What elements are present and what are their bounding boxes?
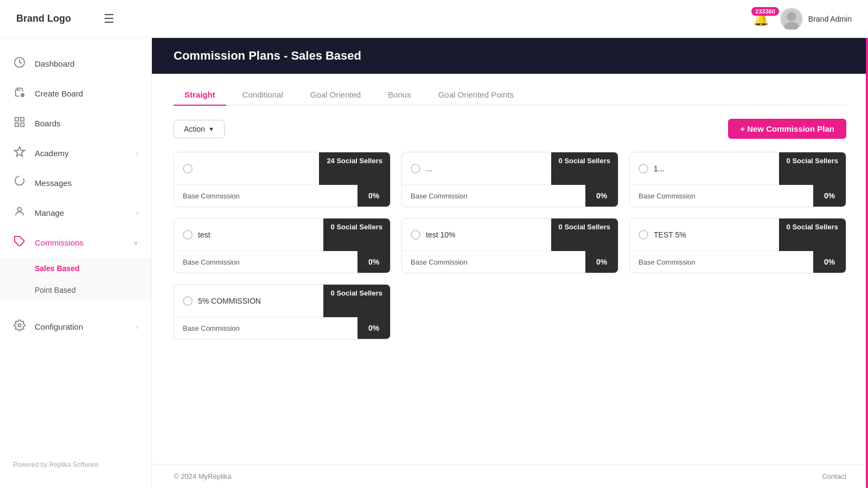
card-radio-4[interactable] bbox=[183, 230, 193, 240]
sidebar-item-dashboard[interactable]: Dashboard bbox=[0, 49, 151, 79]
sidebar-label-create-board: Create Board bbox=[35, 89, 83, 98]
sidebar-sub-item-point-based[interactable]: Point Based bbox=[0, 279, 151, 301]
configuration-icon bbox=[13, 319, 26, 334]
commission-card-6: TEST 5% 0 Social Sellers Base Commission… bbox=[629, 218, 846, 273]
page-header: Commission Plans - Sales Based bbox=[152, 38, 868, 74]
commission-card-3: 1... 0 Social Sellers Base Commission 0% bbox=[629, 152, 846, 207]
action-chevron-icon: ▼ bbox=[208, 126, 214, 132]
card-radio-1[interactable] bbox=[183, 164, 193, 174]
hamburger-menu[interactable]: ☰ bbox=[104, 12, 114, 26]
card-bottom-5: Base Commission 0% bbox=[402, 251, 618, 273]
card-name-3: 1... bbox=[654, 164, 770, 173]
brand-logo: Brand Logo bbox=[16, 13, 71, 24]
svg-rect-6 bbox=[15, 118, 18, 121]
card-sellers-5: 0 Social Sellers bbox=[551, 219, 618, 251]
tab-conditional[interactable]: Conditional bbox=[232, 85, 294, 105]
card-bottom-2: Base Commission 0% bbox=[402, 185, 618, 207]
card-name-6: TEST 5% bbox=[654, 230, 770, 239]
sidebar-label-commissions: Commissions bbox=[35, 238, 84, 247]
card-commission-label-6: Base Commission bbox=[630, 251, 813, 273]
card-commission-label-1: Base Commission bbox=[174, 185, 358, 207]
sidebar-sub-item-sales-based[interactable]: Sales Based bbox=[0, 258, 151, 279]
sidebar-item-academy[interactable]: Academy › bbox=[0, 138, 151, 168]
sidebar-item-messages[interactable]: Messages bbox=[0, 168, 151, 198]
card-percentage-6: 0% bbox=[813, 251, 846, 273]
sidebar-label-messages: Messages bbox=[35, 178, 72, 188]
messages-icon bbox=[13, 176, 26, 190]
card-percentage-7: 0% bbox=[358, 317, 390, 339]
dashboard-icon bbox=[13, 56, 26, 71]
svg-point-1 bbox=[784, 22, 799, 29]
card-sellers-4: 0 Social Sellers bbox=[323, 219, 390, 251]
sidebar-item-create-board[interactable]: Create Board bbox=[0, 79, 151, 108]
svg-rect-7 bbox=[21, 118, 24, 121]
card-commission-label-3: Base Commission bbox=[630, 185, 813, 207]
copyright: © 2024 MyReplika bbox=[174, 472, 231, 480]
card-name-5: test 10% bbox=[426, 230, 542, 239]
tab-goal-oriented-points[interactable]: Goal Oriented Points bbox=[427, 85, 525, 105]
card-commission-label-5: Base Commission bbox=[402, 251, 585, 273]
card-percentage-4: 0% bbox=[358, 251, 390, 273]
commission-card-2: ... 0 Social Sellers Base Commission 0% bbox=[401, 152, 618, 207]
action-button[interactable]: Action ▼ bbox=[174, 120, 225, 138]
card-commission-label-7: Base Commission bbox=[174, 317, 358, 339]
card-radio-5[interactable] bbox=[411, 230, 420, 240]
card-bottom-6: Base Commission 0% bbox=[630, 251, 846, 273]
content-area: Straight Conditional Goal Oriented Bonus… bbox=[152, 74, 868, 464]
card-bottom-3: Base Commission 0% bbox=[630, 185, 846, 207]
tab-goal-oriented[interactable]: Goal Oriented bbox=[299, 85, 372, 105]
tab-straight[interactable]: Straight bbox=[174, 85, 226, 105]
tab-bonus[interactable]: Bonus bbox=[377, 85, 422, 105]
sidebar-label-academy: Academy bbox=[35, 149, 69, 158]
contact-link[interactable]: Contact bbox=[822, 472, 846, 480]
sidebar-item-boards[interactable]: Boards bbox=[0, 108, 151, 138]
card-commission-label-2: Base Commission bbox=[402, 185, 585, 207]
card-bottom-7: Base Commission 0% bbox=[174, 317, 390, 339]
card-sellers-2: 0 Social Sellers bbox=[551, 152, 618, 185]
card-name-2: ... bbox=[426, 164, 542, 173]
sidebar-item-configuration[interactable]: Configuration › bbox=[0, 312, 151, 342]
sidebar-item-commissions[interactable]: Commissions ∨ bbox=[0, 228, 151, 258]
user-name: Brand Admin bbox=[808, 15, 852, 23]
toolbar: Action ▼ + New Commission Plan bbox=[174, 119, 846, 139]
card-percentage-2: 0% bbox=[585, 185, 618, 207]
card-radio-7[interactable] bbox=[183, 296, 193, 306]
svg-rect-8 bbox=[15, 123, 18, 126]
card-radio-2[interactable] bbox=[411, 164, 420, 174]
sidebar-label-configuration: Configuration bbox=[35, 322, 83, 331]
card-name-7: 5% COMMISSION bbox=[198, 297, 315, 305]
new-commission-plan-button[interactable]: + New Commission Plan bbox=[728, 119, 846, 139]
page-title: Commission Plans - Sales Based bbox=[174, 49, 361, 62]
sidebar-item-manage[interactable]: Manage › bbox=[0, 198, 151, 228]
svg-rect-9 bbox=[21, 123, 24, 126]
cards-grid: 24 Social Sellers Base Commission 0% ... bbox=[174, 152, 846, 339]
card-name-4: test bbox=[198, 230, 315, 239]
nav-right: 🔔 233380 Brand Admin bbox=[753, 8, 852, 30]
svg-marker-10 bbox=[15, 147, 24, 156]
notification-bell[interactable]: 🔔 233380 bbox=[753, 11, 769, 27]
page-footer: © 2024 MyReplika Contact bbox=[152, 464, 868, 488]
manage-chevron-icon: › bbox=[136, 209, 138, 217]
academy-chevron-icon: › bbox=[136, 150, 138, 157]
card-radio-6[interactable] bbox=[639, 230, 648, 240]
sidebar-label-manage: Manage bbox=[35, 208, 64, 217]
commission-card-5: test 10% 0 Social Sellers Base Commissio… bbox=[401, 218, 618, 273]
card-sellers-6: 0 Social Sellers bbox=[779, 219, 846, 251]
card-percentage-5: 0% bbox=[585, 251, 618, 273]
tabs: Straight Conditional Goal Oriented Bonus… bbox=[174, 74, 846, 106]
svg-point-0 bbox=[787, 11, 796, 21]
sidebar: Dashboard Create Board Boards Academy › bbox=[0, 38, 152, 488]
commissions-icon bbox=[13, 235, 26, 250]
layout: Dashboard Create Board Boards Academy › bbox=[0, 38, 868, 488]
commissions-chevron-icon: ∨ bbox=[133, 239, 138, 247]
main-content: Commission Plans - Sales Based Straight … bbox=[152, 38, 868, 488]
avatar bbox=[780, 8, 803, 30]
card-radio-3[interactable] bbox=[639, 164, 648, 174]
card-commission-label-4: Base Commission bbox=[174, 251, 358, 273]
user-info[interactable]: Brand Admin bbox=[780, 8, 852, 30]
svg-point-11 bbox=[17, 208, 21, 211]
top-nav: Brand Logo ☰ 🔔 233380 Brand Admin bbox=[0, 0, 868, 38]
commission-card-1: 24 Social Sellers Base Commission 0% bbox=[174, 152, 391, 207]
sidebar-label-boards: Boards bbox=[35, 119, 61, 128]
commission-card-7: 5% COMMISSION 0 Social Sellers Base Comm… bbox=[174, 284, 391, 339]
